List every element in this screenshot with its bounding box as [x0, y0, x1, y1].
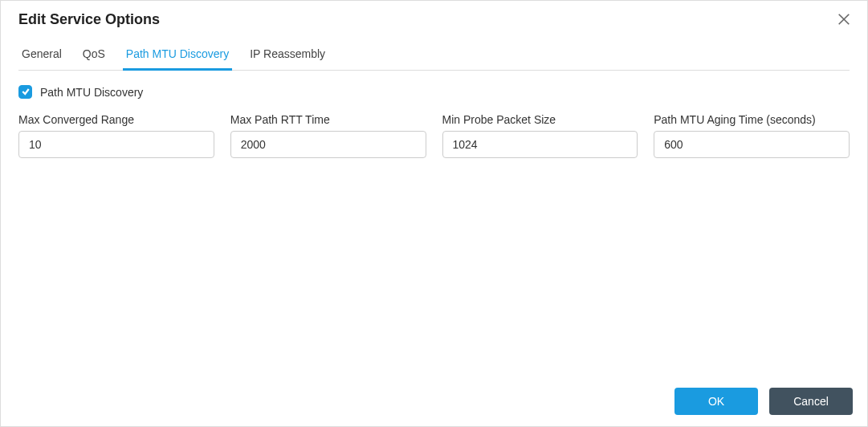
- max-converged-range-label: Max Converged Range: [18, 113, 214, 126]
- tab-qos[interactable]: QoS: [79, 43, 108, 71]
- close-button[interactable]: [835, 10, 853, 28]
- tab-ip-reassembly[interactable]: IP Reassembly: [247, 43, 328, 71]
- min-probe-packet-size-label: Min Probe Packet Size: [442, 113, 638, 126]
- dialog-title: Edit Service Options: [18, 11, 160, 28]
- close-icon: [837, 17, 851, 29]
- tabs: General QoS Path MTU Discovery IP Reasse…: [18, 43, 850, 71]
- cancel-button[interactable]: Cancel: [769, 388, 853, 415]
- tab-path-mtu-discovery[interactable]: Path MTU Discovery: [123, 43, 232, 71]
- path-mtu-checkbox-label: Path MTU Discovery: [40, 86, 143, 99]
- path-mtu-discovery-checkbox[interactable]: [18, 85, 32, 99]
- max-converged-range-input[interactable]: [18, 131, 214, 158]
- path-mtu-checkbox-row: Path MTU Discovery: [18, 85, 850, 99]
- checkmark-icon: [21, 85, 31, 100]
- tab-general[interactable]: General: [18, 43, 65, 71]
- field-max-path-rtt-time: Max Path RTT Time: [230, 113, 426, 158]
- field-max-converged-range: Max Converged Range: [18, 113, 214, 158]
- edit-service-options-dialog: Edit Service Options General QoS Path MT…: [1, 1, 867, 426]
- dialog-header: Edit Service Options: [1, 1, 867, 33]
- min-probe-packet-size-input[interactable]: [442, 131, 638, 158]
- ok-button[interactable]: OK: [674, 388, 758, 415]
- max-path-rtt-time-input[interactable]: [230, 131, 426, 158]
- tab-content: Path MTU Discovery Max Converged Range M…: [1, 71, 867, 378]
- dialog-footer: OK Cancel: [1, 378, 867, 426]
- path-mtu-aging-time-label: Path MTU Aging Time (seconds): [654, 113, 850, 126]
- max-path-rtt-time-label: Max Path RTT Time: [230, 113, 426, 126]
- fields-row: Max Converged Range Max Path RTT Time Mi…: [18, 113, 850, 158]
- path-mtu-aging-time-input[interactable]: [654, 131, 850, 158]
- field-path-mtu-aging-time: Path MTU Aging Time (seconds): [654, 113, 850, 158]
- field-min-probe-packet-size: Min Probe Packet Size: [442, 113, 638, 158]
